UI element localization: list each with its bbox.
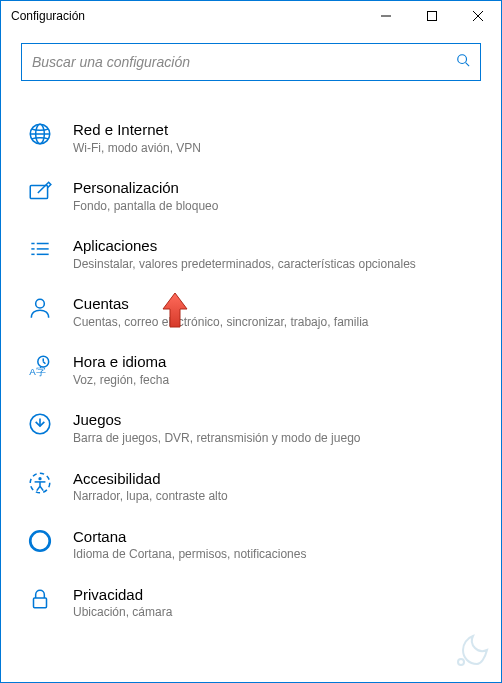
maximize-icon [427, 11, 437, 21]
accounts-icon [27, 294, 57, 325]
settings-item-time-language[interactable]: A字 Hora e idioma Voz, región, fecha [21, 341, 481, 399]
svg-point-25 [38, 477, 41, 480]
settings-item-title: Personalización [73, 178, 481, 198]
svg-point-4 [458, 55, 467, 64]
svg-line-5 [466, 63, 470, 67]
settings-item-desc: Idioma de Cortana, permisos, notificacio… [73, 547, 481, 563]
settings-item-gaming[interactable]: Juegos Barra de juegos, DVR, retransmisi… [21, 399, 481, 457]
svg-line-28 [37, 486, 40, 490]
settings-item-desc: Narrador, lupa, contraste alto [73, 489, 481, 505]
settings-item-accounts[interactable]: Cuentas Cuentas, correo electrónico, sin… [21, 283, 481, 341]
time-language-icon: A字 [27, 352, 57, 383]
settings-item-desc: Cuentas, correo electrónico, sincronizar… [73, 315, 481, 331]
accessibility-icon [27, 469, 57, 500]
settings-item-desc: Ubicación, cámara [73, 605, 481, 621]
globe-icon [27, 120, 57, 151]
settings-item-desc: Barra de juegos, DVR, retransmisión y mo… [73, 431, 481, 447]
close-button[interactable] [455, 1, 501, 31]
close-icon [473, 11, 483, 21]
settings-item-title: Privacidad [73, 585, 481, 605]
maximize-button[interactable] [409, 1, 455, 31]
watermark-icon [451, 630, 493, 676]
minimize-button[interactable] [363, 1, 409, 31]
settings-item-title: Aplicaciones [73, 236, 481, 256]
settings-item-title: Cortana [73, 527, 481, 547]
settings-item-network[interactable]: Red e Internet Wi-Fi, modo avión, VPN [21, 109, 481, 167]
minimize-icon [381, 11, 391, 21]
settings-item-title: Accesibilidad [73, 469, 481, 489]
svg-point-17 [36, 300, 45, 309]
settings-item-accessibility[interactable]: Accesibilidad Narrador, lupa, contraste … [21, 458, 481, 516]
settings-item-title: Cuentas [73, 294, 481, 314]
svg-line-10 [38, 186, 46, 194]
personalization-icon [27, 178, 57, 209]
titlebar: Configuración [1, 1, 501, 31]
settings-list: Red e Internet Wi-Fi, modo avión, VPN Pe… [21, 109, 481, 632]
settings-item-personalization[interactable]: Personalización Fondo, pantalla de bloqu… [21, 167, 481, 225]
search-icon [456, 53, 470, 71]
cortana-icon [27, 527, 57, 558]
settings-item-desc: Desinstalar, valores predeterminados, ca… [73, 257, 481, 273]
svg-rect-1 [428, 12, 437, 21]
settings-item-cortana[interactable]: Cortana Idioma de Cortana, permisos, not… [21, 516, 481, 574]
settings-item-desc: Wi-Fi, modo avión, VPN [73, 141, 481, 157]
settings-item-title: Juegos [73, 410, 481, 430]
svg-point-32 [458, 659, 464, 665]
settings-item-title: Red e Internet [73, 120, 481, 140]
svg-point-30 [30, 531, 50, 551]
settings-item-apps[interactable]: Aplicaciones Desinstalar, valores predet… [21, 225, 481, 283]
settings-item-title: Hora e idioma [73, 352, 481, 372]
settings-item-desc: Fondo, pantalla de bloqueo [73, 199, 481, 215]
settings-item-privacy[interactable]: Privacidad Ubicación, cámara [21, 574, 481, 632]
search-box[interactable] [21, 43, 481, 81]
svg-text:A字: A字 [29, 366, 46, 377]
svg-line-29 [40, 486, 43, 490]
svg-rect-31 [34, 598, 47, 608]
search-input[interactable] [32, 54, 456, 70]
lock-icon [27, 585, 57, 616]
settings-item-desc: Voz, región, fecha [73, 373, 481, 389]
window-title: Configuración [1, 9, 363, 23]
svg-line-20 [43, 362, 45, 364]
gaming-icon [27, 410, 57, 441]
apps-icon [27, 236, 57, 267]
